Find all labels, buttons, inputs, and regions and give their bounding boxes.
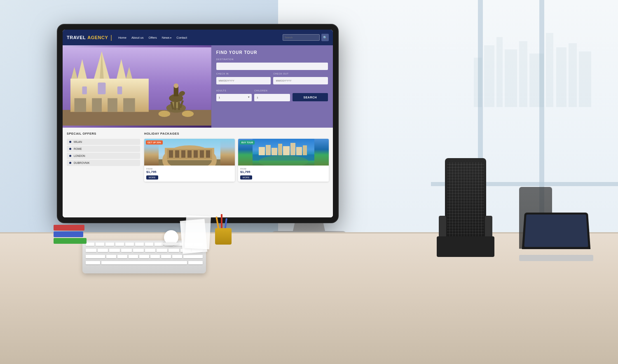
key [150, 255, 160, 258]
key [86, 249, 96, 252]
checkout-label: CHECK OUT [273, 72, 328, 75]
book-1 [54, 225, 84, 231]
adults-select[interactable]: 1234 [216, 94, 252, 101]
key [117, 255, 127, 258]
nav-news[interactable]: News [162, 36, 171, 40]
hero-image [63, 45, 211, 128]
key [183, 255, 203, 258]
key [145, 249, 156, 252]
package-more-button-2[interactable]: MORE [240, 175, 252, 180]
svg-rect-21 [117, 86, 122, 94]
books-stack [54, 225, 87, 245]
key [161, 255, 171, 258]
key [115, 243, 124, 246]
package-more-button-1[interactable]: MORE [146, 175, 158, 180]
site-hero: FIND YOUR TOUR DESTINATION CHECK IN CHEC… [63, 45, 333, 128]
key [121, 249, 132, 252]
svg-rect-59 [303, 145, 307, 155]
svg-point-31 [174, 83, 178, 88]
key [188, 261, 203, 264]
holiday-packages-section: HOLIDAY PACKAGES [144, 132, 329, 213]
adults-col: ADULTS 1234 ▾ [216, 89, 252, 101]
destination-input[interactable] [216, 63, 328, 70]
checkin-input[interactable] [216, 77, 271, 84]
svg-rect-44 [175, 150, 179, 158]
book-3 [54, 238, 87, 244]
children-input[interactable] [254, 94, 290, 101]
package-price-1: $1,795 [146, 170, 233, 174]
svg-rect-48 [200, 150, 204, 158]
svg-rect-56 [283, 146, 290, 155]
svg-rect-43 [169, 150, 173, 158]
list-item[interactable]: ROME [67, 146, 140, 152]
logo-agency: AGENCY [87, 35, 108, 40]
list-item[interactable]: DUBROVNIK [67, 160, 140, 166]
svg-rect-1 [484, 45, 494, 107]
svg-rect-24 [108, 98, 117, 112]
svg-rect-2 [496, 37, 503, 107]
package-price-2: $1,795 [240, 170, 327, 174]
svg-point-36 [159, 111, 170, 117]
adults-label: ADULTS [216, 89, 252, 92]
saucer [162, 242, 180, 245]
holiday-packages-title: HOLIDAY PACKAGES [144, 132, 329, 135]
site-lower: SPECAIL OFFERS MILAN ROME LONDON [63, 128, 333, 217]
offer-name: LONDON [74, 154, 85, 157]
special-offers-title: SPECAIL OFFERS [67, 132, 140, 135]
package-badge-2: BUY TOUR [240, 140, 255, 145]
svg-rect-57 [290, 143, 295, 155]
adults-select-wrapper: 1234 ▾ [216, 93, 252, 101]
checkin-checkout-row: CHECK IN CHECK OUT [216, 72, 328, 87]
laptop [519, 212, 593, 261]
checkin-col: CHECK IN [216, 72, 271, 87]
list-item[interactable]: LONDON [67, 153, 140, 159]
package-card-coast: BUY TOUR from $1,795 MORE [238, 139, 329, 182]
svg-rect-7 [556, 47, 566, 107]
logo-divider: | [110, 34, 112, 41]
checkout-input[interactable] [273, 77, 328, 84]
site-logo: TRAVEL AGENCY | [67, 34, 112, 41]
nav-about[interactable]: About us [131, 36, 144, 40]
svg-rect-19 [98, 83, 105, 94]
package-info-1: from $1,795 MORE [144, 166, 235, 182]
svg-rect-49 [206, 150, 210, 158]
keyboard-row-3 [82, 253, 206, 259]
chair-mesh [447, 162, 484, 236]
offer-dot-icon [69, 155, 71, 157]
svg-rect-20 [82, 86, 87, 94]
package-card-colosseum: GET UP 30% from $1,795 MORE [144, 139, 235, 182]
nav-home[interactable]: Home [118, 36, 126, 40]
svg-rect-25 [123, 98, 135, 112]
book-2 [54, 231, 83, 237]
search-btn-col: SEARCH [293, 93, 328, 102]
key [135, 243, 144, 246]
nav-offers[interactable]: Offers [149, 36, 157, 40]
svg-rect-52 [259, 147, 265, 155]
key [109, 249, 120, 252]
logo-travel: TRAVEL [67, 35, 86, 40]
key [96, 243, 104, 246]
svg-rect-23 [92, 98, 102, 112]
search-input[interactable] [283, 34, 320, 41]
search-icon-button[interactable]: 🔍 [321, 34, 329, 41]
list-item[interactable]: MILAN [67, 139, 140, 145]
key [172, 255, 182, 258]
package-info-2: from $1,795 MORE [238, 166, 329, 182]
special-offers-section: SPECAIL OFFERS MILAN ROME LONDON [67, 132, 140, 213]
adults-children-search-row: ADULTS 1234 ▾ CHILDREN SEARCH [216, 89, 328, 101]
cup-body [215, 228, 232, 245]
key [86, 261, 100, 264]
package-image-colosseum: GET UP 30% [144, 139, 235, 166]
package-image-coast: BUY TOUR [238, 139, 329, 166]
offer-name: ROME [74, 147, 82, 150]
svg-rect-54 [272, 148, 277, 155]
svg-rect-58 [296, 147, 302, 155]
svg-rect-34 [178, 102, 180, 110]
svg-rect-22 [74, 98, 86, 112]
key [125, 243, 134, 246]
svg-rect-9 [579, 51, 591, 107]
find-tour-search-button[interactable]: SEARCH [293, 93, 328, 101]
offer-name: MILAN [74, 140, 82, 143]
nav-contact[interactable]: Contact [176, 36, 187, 40]
laptop-screen [522, 212, 591, 249]
